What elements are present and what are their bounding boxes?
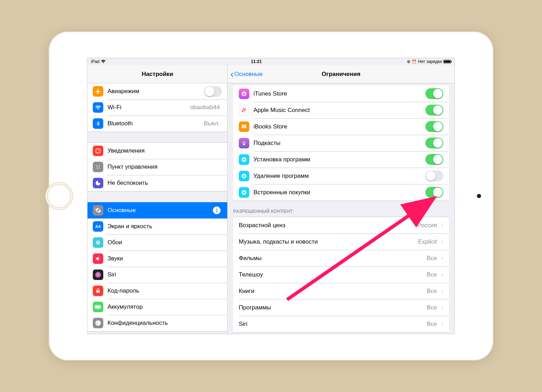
back-label: Основные — [234, 71, 263, 78]
app-icon — [239, 171, 249, 181]
siri-icon — [93, 270, 103, 280]
svg-point-7 — [97, 242, 99, 244]
svg-point-15 — [243, 142, 245, 143]
sounds-icon — [93, 253, 103, 264]
battery-icon — [93, 302, 103, 312]
restriction-label: Apple Music Connect — [253, 107, 425, 114]
sidebar-item-airplane[interactable]: Авиарежим — [88, 83, 227, 99]
sidebar-item-label: Авиарежим — [107, 88, 204, 95]
content-value: Россия — [417, 222, 437, 229]
content-label: Siri — [239, 321, 427, 328]
chevron-right-icon: › — [441, 271, 443, 278]
restriction-row: Встроенные покупки — [233, 184, 449, 201]
app-icon — [239, 187, 249, 198]
content-row[interactable]: SiriВсе› — [233, 316, 449, 332]
restriction-label: iBooks Store — [253, 123, 425, 130]
app-icon — [239, 105, 249, 115]
content-row[interactable]: КнигиВсе› — [233, 283, 449, 299]
content-row[interactable]: Музыка, подкасты и новостиExplicit› — [233, 233, 449, 250]
sidebar-item-siri[interactable]: Siri — [88, 267, 227, 283]
svg-point-4 — [97, 168, 98, 169]
back-button[interactable]: ‹ Основные — [228, 69, 263, 79]
toggle-switch[interactable] — [425, 187, 443, 198]
battery-icon — [443, 60, 451, 63]
sidebar-item-bluetooth[interactable]: BluetoothВыкл. — [88, 115, 227, 132]
content-label: Книги — [239, 288, 427, 295]
sidebar-item-label: Siri — [107, 271, 222, 278]
sidebar-item-sounds[interactable]: Звуки — [88, 251, 227, 267]
sidebar-item-label: Аккумулятор — [107, 303, 222, 310]
sidebar-item-gear[interactable]: Основные1 — [88, 202, 227, 218]
sidebar-item-privacy[interactable]: Конфиденциальность — [88, 315, 227, 331]
sidebar-item-label: Не беспокоить — [107, 180, 222, 187]
chevron-right-icon: › — [441, 238, 443, 245]
restriction-row: iTunes Store — [233, 85, 449, 102]
content-label: Возрастной ценз — [239, 222, 417, 229]
privacy-icon — [93, 318, 103, 328]
restriction-label: iTunes Store — [253, 90, 425, 97]
restriction-label: Встроенные покупки — [253, 189, 425, 196]
svg-point-5 — [99, 168, 100, 169]
content-row[interactable]: ПрограммыВсе› — [233, 299, 449, 316]
content-row[interactable]: ТелешоуВсе› — [233, 266, 449, 283]
display-icon: AA — [93, 221, 103, 232]
restriction-row: iBooks Store — [233, 118, 449, 135]
svg-point-2 — [97, 166, 98, 167]
chevron-left-icon: ‹ — [230, 69, 234, 79]
toggle-switch[interactable] — [425, 105, 443, 115]
sidebar-item-battery[interactable]: Аккумулятор — [88, 299, 227, 315]
sidebar-item-display[interactable]: AAЭкран и яркость — [88, 218, 227, 234]
restriction-label: Удаление программ — [253, 173, 425, 180]
sidebar-item-control-center[interactable]: Пункт управления — [88, 159, 227, 175]
sidebar-item-label: Основные — [107, 207, 213, 214]
chevron-right-icon: › — [441, 222, 443, 229]
gear-icon — [93, 205, 103, 216]
chevron-right-icon: › — [441, 287, 443, 295]
content-row[interactable]: ФильмыВсе› — [233, 250, 449, 266]
bluetooth-icon — [93, 118, 103, 129]
sidebar-item-wifi[interactable]: Wi-Fiobaobab44 — [88, 99, 227, 115]
toggle-switch[interactable] — [425, 121, 443, 132]
sidebar: Настройки АвиарежимWi-Fiobaobab44Bluetoo… — [88, 65, 228, 334]
sidebar-item-wallpaper[interactable]: Обои — [88, 234, 227, 251]
sidebar-item-label: Wi-Fi — [107, 104, 190, 111]
chevron-right-icon: › — [441, 254, 443, 262]
app-icon — [239, 121, 249, 132]
content-label: Фильмы — [239, 255, 427, 262]
toggle-switch[interactable] — [425, 88, 443, 99]
toggle-switch[interactable] — [425, 154, 443, 165]
sidebar-item-label: Bluetooth — [107, 120, 204, 127]
content-value: Explicit — [418, 238, 437, 245]
charging-label: Нет зарядки — [418, 59, 442, 64]
content-value: Все — [427, 304, 437, 311]
restriction-row: Установка программ — [233, 151, 449, 168]
sidebar-item-label: Конфиденциальность — [107, 320, 222, 327]
content-label: Программы — [239, 304, 427, 311]
content-value: Все — [427, 321, 437, 328]
sidebar-item-label: Пункт управления — [107, 163, 222, 170]
sidebar-item-value: obaobab44 — [190, 104, 220, 111]
screen: iPad 11:21 ⊕ ⏰ Нет зарядки Настройки Ави… — [87, 58, 455, 334]
detail-pane: ‹ Основные Ограничения iTunes StoreApple… — [228, 65, 454, 334]
restriction-label: Подкасты — [253, 140, 425, 147]
toggle-switch[interactable] — [204, 86, 222, 97]
sidebar-item-label: Обои — [107, 239, 222, 246]
lock-rotation-icon: ⊕ — [407, 59, 410, 64]
clock: 11:21 — [106, 59, 407, 64]
status-bar: iPad 11:21 ⊕ ⏰ Нет зарядки — [88, 58, 454, 65]
content-row[interactable]: Возрастной цензРоссия› — [233, 217, 449, 233]
content-value: Все — [427, 288, 437, 295]
toggle-switch[interactable] — [425, 138, 443, 148]
content-label: Музыка, подкасты и новости — [239, 238, 418, 245]
sidebar-item-passcode[interactable]: Код-пароль — [88, 283, 227, 299]
sidebar-item-dnd[interactable]: Не беспокоить — [88, 175, 227, 191]
sidebar-item-notifications[interactable]: Уведомления — [88, 143, 227, 159]
sidebar-item-label: Звуки — [107, 255, 222, 262]
svg-rect-12 — [101, 306, 102, 308]
alarm-icon: ⏰ — [412, 59, 417, 64]
content-value: Все — [427, 271, 437, 278]
home-button[interactable] — [47, 184, 71, 208]
toggle-switch[interactable] — [425, 170, 443, 181]
app-icon — [239, 89, 249, 99]
sidebar-item-label: Экран и яркость — [107, 223, 222, 230]
